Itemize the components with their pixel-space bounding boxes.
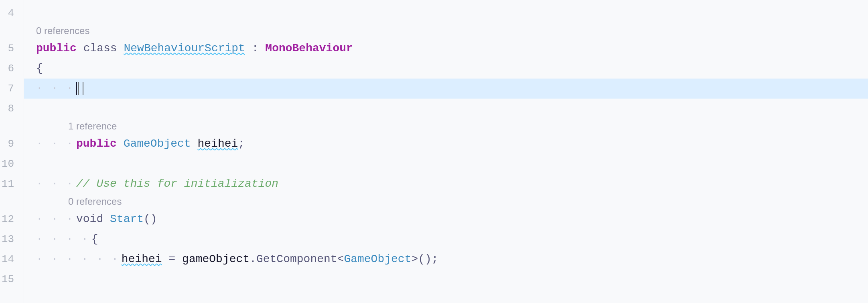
code-line-6: { [24, 59, 868, 79]
space3 [245, 40, 252, 57]
indent-dots-11: · · · [36, 175, 74, 192]
indent-dots-7: · · · [36, 80, 74, 97]
keyword-class: class [83, 40, 117, 57]
code-line-8 [24, 99, 868, 119]
line-number-hint-9 [0, 119, 18, 134]
hint-line-9: 1 reference [24, 119, 868, 134]
code-line-4 [24, 3, 868, 23]
start-method-12: Start [110, 210, 144, 228]
code-line-12: · · · void Start () [24, 209, 868, 229]
text-cursor [76, 82, 77, 95]
classname-token: NewBehaviourScript [124, 40, 245, 57]
space9a [117, 135, 124, 152]
references-hint-5: 0 references [36, 23, 89, 38]
line-number-4: 4 [0, 3, 18, 23]
line-number-14: 14 [0, 249, 18, 269]
hint-line-12: 0 references [24, 194, 868, 209]
code-line-7[interactable]: · · · [24, 79, 868, 99]
code-line-13: · · · · { [24, 229, 868, 249]
void-keyword-12: void [76, 210, 103, 228]
public-keyword-9: public [76, 135, 117, 152]
brace-open-13: { [91, 230, 98, 248]
code-line-11: · · · // Use this for initialization [24, 174, 868, 194]
space9b [191, 135, 198, 152]
line-number-7: 7 [0, 79, 18, 99]
dot-14: . [249, 250, 256, 268]
equals-14: = [168, 250, 175, 268]
call-parens-14: () [418, 250, 432, 268]
line-number-8: 8 [0, 99, 18, 119]
line-number-gutter: 4 5 6 7 8 9 10 11 12 13 14 15 [0, 0, 24, 303]
angle-close-14: > [411, 250, 418, 268]
line-number-5: 5 [0, 38, 18, 59]
colon-token: : [252, 40, 259, 57]
code-line-15 [24, 269, 868, 289]
getcomponent-method-14: GetComponent [256, 250, 337, 268]
heihei-var-9: heihei [198, 135, 238, 152]
gameobject-type-9: GameObject [124, 135, 191, 152]
code-content[interactable]: 0 references public class NewBehaviourSc… [24, 0, 868, 303]
code-editor: 4 5 6 7 8 9 10 11 12 13 14 15 0 referenc… [0, 0, 868, 303]
angle-open-14: < [337, 250, 344, 268]
indent-dots-13: · · · · [36, 230, 89, 248]
line-number-hint-12 [0, 194, 18, 209]
space14a [162, 250, 169, 268]
space4 [259, 40, 266, 57]
line-number-6: 6 [0, 59, 18, 79]
code-line-9: · · · public GameObject heihei ; [24, 134, 868, 154]
hint-line-5: 0 references [24, 23, 868, 38]
space2 [117, 40, 124, 57]
space14b [175, 250, 182, 268]
space12 [103, 210, 110, 228]
line-number-15: 15 [0, 269, 18, 289]
comment-11: // Use this for initialization [76, 175, 278, 192]
code-line-10 [24, 154, 868, 174]
brace-open-6: { [36, 60, 43, 77]
references-hint-12: 0 references [68, 194, 122, 209]
line-number-11: 11 [0, 174, 18, 194]
line-number-13: 13 [0, 229, 18, 249]
line-number-12: 12 [0, 209, 18, 229]
i-beam-cursor [78, 82, 83, 95]
semicolon-9: ; [238, 135, 245, 152]
line-number-9: 9 [0, 134, 18, 154]
references-hint-9: 1 reference [68, 119, 117, 133]
keyword-public: public [36, 40, 77, 57]
semicolon-14: ; [432, 250, 438, 268]
indent-dots-12: · · · [36, 210, 74, 228]
code-line-5: public class NewBehaviourScript : MonoBe… [24, 38, 868, 59]
heihei-var-14: heihei [122, 250, 162, 268]
parens-12: () [144, 210, 157, 228]
line-number-hint-5 [0, 23, 18, 38]
indent-dots-14: · · · · · · [36, 250, 119, 268]
monobehaviour-token: MonoBehaviour [265, 40, 353, 57]
line-number-10: 10 [0, 154, 18, 174]
gameobject-var-14: gameObject [182, 250, 249, 268]
gameobject-generic-14: GameObject [344, 250, 411, 268]
indent-dots-9: · · · [36, 135, 74, 152]
space [77, 40, 83, 57]
code-line-14: · · · · · · heihei = gameObject . GetCom… [24, 249, 868, 269]
